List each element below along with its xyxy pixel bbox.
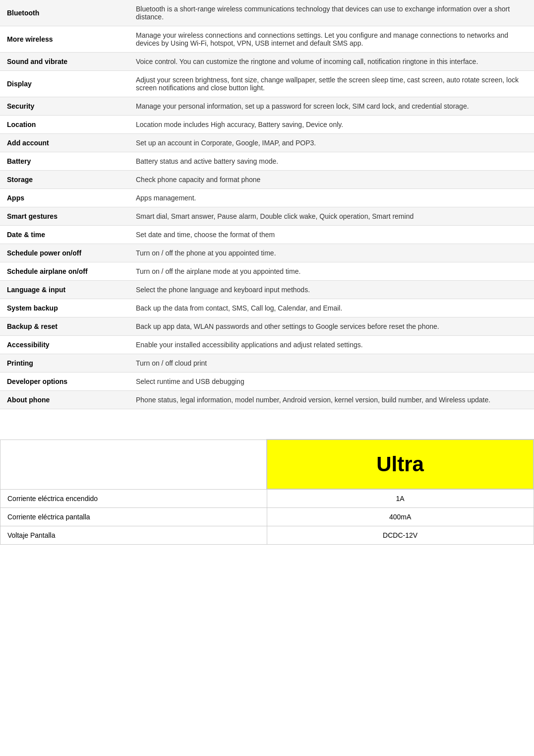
settings-description: Voice control. You can customize the rin…	[129, 53, 534, 71]
settings-label: Backup & reset	[0, 317, 129, 336]
settings-row[interactable]: BatteryBattery status and active battery…	[0, 152, 534, 171]
settings-label: Sound and vibrate	[0, 53, 129, 71]
spec-row: Corriente eléctrica pantalla400mA	[0, 508, 534, 526]
settings-label: Security	[0, 97, 129, 116]
settings-label: Battery	[0, 152, 129, 171]
spec-table: UltraCorriente eléctrica encendido1ACorr…	[0, 439, 534, 545]
spec-row: Voltaje PantallaDCDC-12V	[0, 526, 534, 545]
settings-label: Schedule airplane on/off	[0, 262, 129, 281]
settings-description: Phone status, legal information, model n…	[129, 391, 534, 409]
settings-description: Set date and time, choose the format of …	[129, 226, 534, 244]
settings-label: Add account	[0, 134, 129, 152]
spec-value: DCDC-12V	[267, 526, 534, 545]
spec-label: Voltaje Pantalla	[0, 526, 267, 545]
settings-label: Smart gestures	[0, 207, 129, 226]
spec-empty-header	[0, 440, 267, 489]
settings-label: Bluetooth	[0, 0, 129, 26]
settings-description: Turn on / off cloud print	[129, 354, 534, 373]
settings-label: Printing	[0, 354, 129, 373]
spec-label: Corriente eléctrica encendido	[0, 489, 267, 508]
settings-row[interactable]: AppsApps management.	[0, 189, 534, 207]
settings-description: Turn on / off the airplane mode at you a…	[129, 262, 534, 281]
settings-label: More wireless	[0, 26, 129, 53]
settings-row[interactable]: BluetoothBluetooth is a short-range wire…	[0, 0, 534, 26]
settings-description: Back up app data, WLAN passwords and oth…	[129, 317, 534, 336]
settings-row[interactable]: Developer optionsSelect runtime and USB …	[0, 373, 534, 391]
settings-label: Language & input	[0, 281, 129, 299]
settings-row[interactable]: Date & timeSet date and time, choose the…	[0, 226, 534, 244]
settings-description: Enable your installed accessibility appl…	[129, 336, 534, 354]
settings-label: Developer options	[0, 373, 129, 391]
settings-description: Set up an account in Corporate, Google, …	[129, 134, 534, 152]
settings-row[interactable]: Sound and vibrateVoice control. You can …	[0, 53, 534, 71]
settings-row[interactable]: SecurityManage your personal information…	[0, 97, 534, 116]
settings-row[interactable]: StorageCheck phone capacity and format p…	[0, 171, 534, 189]
settings-row[interactable]: LocationLocation mode includes High accu…	[0, 116, 534, 134]
settings-label: Accessibility	[0, 336, 129, 354]
settings-row[interactable]: About phonePhone status, legal informati…	[0, 391, 534, 409]
settings-row[interactable]: Add accountSet up an account in Corporat…	[0, 134, 534, 152]
settings-description: Apps management.	[129, 189, 534, 207]
spec-value: 1A	[267, 489, 534, 508]
ultra-label: Ultra	[267, 440, 534, 489]
settings-label: Storage	[0, 171, 129, 189]
settings-description: Manage your wireless connections and con…	[129, 26, 534, 53]
settings-row[interactable]: AccessibilityEnable your installed acces…	[0, 336, 534, 354]
settings-label: Location	[0, 116, 129, 134]
settings-description: Select the phone language and keyboard i…	[129, 281, 534, 299]
settings-description: Bluetooth is a short-range wireless comm…	[129, 0, 534, 26]
spec-value: 400mA	[267, 508, 534, 526]
settings-row[interactable]: PrintingTurn on / off cloud print	[0, 354, 534, 373]
settings-label: Display	[0, 71, 129, 97]
settings-description: Manage your personal information, set up…	[129, 97, 534, 116]
settings-table: BluetoothBluetooth is a short-range wire…	[0, 0, 534, 409]
settings-description: Adjust your screen brightness, font size…	[129, 71, 534, 97]
settings-row[interactable]: Backup & resetBack up app data, WLAN pas…	[0, 317, 534, 336]
settings-description: Check phone capacity and format phone	[129, 171, 534, 189]
settings-label: Schedule power on/off	[0, 244, 129, 262]
settings-row[interactable]: Schedule power on/offTurn on / off the p…	[0, 244, 534, 262]
settings-description: Select runtime and USB debugging	[129, 373, 534, 391]
settings-row[interactable]: Smart gesturesSmart dial, Smart answer, …	[0, 207, 534, 226]
settings-row[interactable]: Language & inputSelect the phone languag…	[0, 281, 534, 299]
settings-row[interactable]: Schedule airplane on/offTurn on / off th…	[0, 262, 534, 281]
settings-row[interactable]: More wirelessManage your wireless connec…	[0, 26, 534, 53]
settings-label: System backup	[0, 299, 129, 317]
settings-description: Back up the data from contact, SMS, Call…	[129, 299, 534, 317]
spec-row: Corriente eléctrica encendido1A	[0, 489, 534, 508]
settings-description: Location mode includes High accuracy, Ba…	[129, 116, 534, 134]
settings-row[interactable]: DisplayAdjust your screen brightness, fo…	[0, 71, 534, 97]
settings-row[interactable]: System backupBack up the data from conta…	[0, 299, 534, 317]
settings-label: About phone	[0, 391, 129, 409]
settings-description: Smart dial, Smart answer, Pause alarm, D…	[129, 207, 534, 226]
settings-label: Date & time	[0, 226, 129, 244]
spec-label: Corriente eléctrica pantalla	[0, 508, 267, 526]
settings-description: Turn on / off the phone at you appointed…	[129, 244, 534, 262]
settings-label: Apps	[0, 189, 129, 207]
settings-description: Battery status and active battery saving…	[129, 152, 534, 171]
